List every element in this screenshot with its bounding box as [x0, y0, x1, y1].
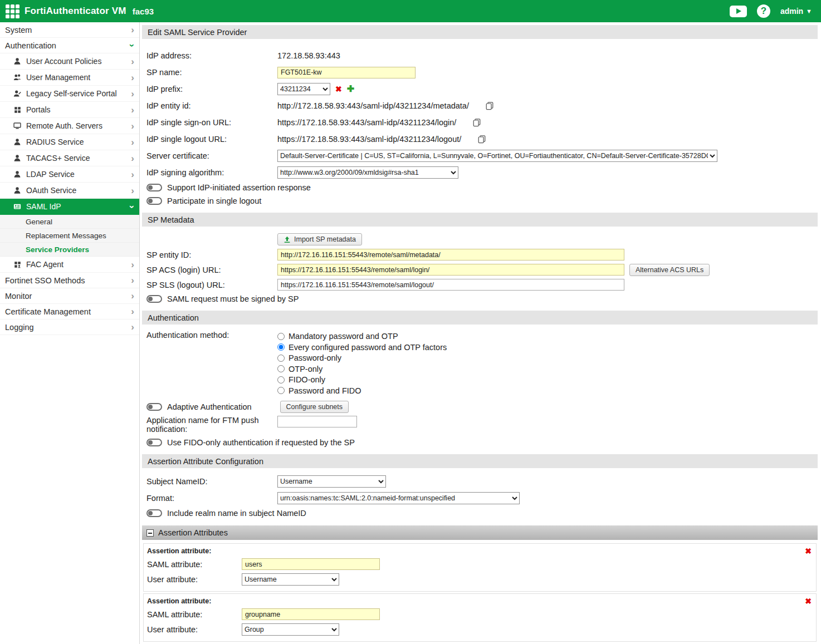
app-title: FortiAuthenticator VM — [25, 6, 126, 17]
chevron-right-icon: › — [131, 154, 134, 163]
self-service-user-icon — [13, 90, 22, 97]
sp-acs-url-label: SP ACS (login) URL: — [146, 266, 277, 274]
assertion-attribute-block: Assertion attribute: ✖ SAML attribute: U… — [143, 543, 817, 592]
alternative-acs-urls-button[interactable]: Alternative ACS URLs — [629, 264, 710, 276]
remote-server-icon — [13, 122, 22, 130]
chevron-right-icon: › — [131, 186, 134, 195]
idp-prefix-select[interactable]: 43211234 — [277, 83, 330, 95]
sidebar-item-service-providers[interactable]: Service Providers — [0, 243, 139, 257]
chevron-down-icon: › — [128, 44, 138, 47]
copy-icon[interactable] — [472, 118, 481, 127]
sidebar-item-user-account-policies[interactable]: User Account Policies › — [0, 53, 139, 70]
user-attribute-select[interactable]: Group — [242, 623, 339, 636]
radio-mandatory-password-otp[interactable]: Mandatory password and OTP — [277, 331, 447, 342]
delete-prefix-icon[interactable]: ✖ — [335, 85, 342, 93]
support-idp-initiated-label: Support IdP-initiated assertion response — [167, 183, 311, 192]
sidebar-item-fortinet-sso-methods[interactable]: Fortinet SSO Methods › — [0, 273, 139, 288]
use-fido-only-toggle[interactable] — [146, 439, 162, 446]
radio-input[interactable] — [277, 355, 285, 362]
radio-every-configured-password-otp[interactable]: Every configured password and OTP factor… — [277, 342, 447, 353]
remove-assertion-attribute-icon[interactable]: ✖ — [805, 547, 812, 555]
add-prefix-icon[interactable]: ✚ — [347, 85, 354, 94]
radio-input[interactable] — [277, 365, 285, 372]
server-certificate-select[interactable]: Default-Server-Certificate | C=US, ST=Ca… — [277, 150, 717, 162]
assertion-attribute-label: Assertion attribute: — [147, 547, 211, 555]
ftm-push-label: Application name for FTM push notificati… — [146, 416, 277, 434]
idp-slo-url-value: https://172.18.58.93:443/saml-idp/432112… — [277, 135, 461, 144]
collapse-icon[interactable] — [146, 529, 154, 537]
saml-attribute-input[interactable] — [242, 558, 380, 570]
remove-assertion-attribute-icon[interactable]: ✖ — [805, 597, 812, 605]
sidebar-item-logging[interactable]: Logging › — [0, 319, 139, 335]
sidebar-item-saml-idp[interactable]: SAML IdP › — [0, 199, 139, 215]
chevron-right-icon: › — [131, 170, 134, 179]
sidebar-item-user-management[interactable]: User Management › — [0, 70, 139, 86]
radio-input[interactable] — [277, 376, 285, 384]
authentication-method-label: Authentication method: — [146, 331, 277, 340]
sidebar-item-replacement-messages[interactable]: Replacement Messages — [0, 229, 139, 243]
idp-entity-id-value: http://172.18.58.93:443/saml-idp/4321123… — [277, 101, 469, 110]
assertion-attributes-header[interactable]: Assertion Attributes — [142, 525, 818, 540]
sidebar-item-authentication[interactable]: Authentication › — [0, 38, 139, 53]
hostname: fac93 — [133, 7, 154, 16]
sidebar-item-monitor[interactable]: Monitor › — [0, 288, 139, 304]
idp-address-value: 172.18.58.93:443 — [277, 51, 340, 60]
video-tutorials-icon[interactable] — [730, 6, 747, 17]
ftm-push-app-name-input[interactable] — [277, 416, 357, 427]
user-attribute-select[interactable]: Username — [242, 573, 339, 586]
configure-subnets-button[interactable]: Configure subnets — [280, 401, 349, 413]
sidebar-item-certificate-management[interactable]: Certificate Management › — [0, 304, 139, 319]
sidebar-item-general[interactable]: General — [0, 215, 139, 229]
idp-sso-url-label: IdP single sign-on URL: — [146, 118, 277, 127]
saml-attribute-input[interactable] — [242, 608, 380, 620]
assertion-attribute-configuration-header: Assertion Attribute Configuration — [142, 454, 818, 468]
oauth-user-icon — [13, 186, 22, 194]
chevron-right-icon: › — [131, 57, 134, 66]
sp-name-label: SP name: — [146, 68, 277, 77]
format-label: Format: — [146, 494, 277, 503]
copy-icon[interactable] — [485, 101, 494, 110]
sp-sls-url-input[interactable] — [277, 279, 624, 291]
adaptive-authentication-label: Adaptive Authentication — [167, 402, 252, 411]
chevron-right-icon: › — [131, 322, 134, 332]
import-sp-metadata-button[interactable]: Import SP metadata — [277, 233, 362, 245]
subject-nameid-label: Subject NameID: — [146, 477, 277, 486]
format-select[interactable]: urn:oasis:names:tc:SAML:2.0:nameid-forma… — [277, 492, 520, 504]
idp-prefix-label: IdP prefix: — [146, 85, 277, 94]
sidebar-item-tacacs-service[interactable]: TACACS+ Service › — [0, 150, 139, 166]
sp-entity-id-input[interactable] — [277, 249, 624, 260]
sidebar-item-fac-agent[interactable]: FAC Agent › — [0, 257, 139, 273]
support-idp-initiated-toggle[interactable] — [146, 184, 162, 191]
help-icon[interactable]: ? — [757, 4, 770, 18]
page-title: Edit SAML Service Provider — [142, 25, 818, 39]
radio-password-only[interactable]: Password-only — [277, 353, 447, 363]
radio-input[interactable] — [277, 387, 285, 394]
sidebar-item-remote-auth-servers[interactable]: Remote Auth. Servers › — [0, 118, 139, 134]
radio-otp-only[interactable]: OTP-only — [277, 364, 447, 375]
sp-name-input[interactable] — [277, 67, 416, 78]
sidebar-item-ldap-service[interactable]: LDAP Service › — [0, 166, 139, 183]
idp-signing-algorithm-select[interactable]: http://www.w3.org/2000/09/xmldsig#rsa-sh… — [277, 166, 458, 179]
upload-icon — [284, 236, 291, 243]
idp-entity-id-label: IdP entity id: — [146, 101, 277, 110]
radio-input[interactable] — [277, 343, 285, 351]
user-menu[interactable]: admin ▼ — [780, 7, 812, 16]
radio-password-and-fido[interactable]: Password and FIDO — [277, 386, 447, 396]
radio-input[interactable] — [277, 333, 285, 340]
saml-request-signed-toggle[interactable] — [146, 295, 162, 303]
adaptive-authentication-toggle[interactable] — [146, 403, 162, 411]
include-realm-toggle[interactable] — [146, 509, 162, 517]
sidebar-item-system[interactable]: System › — [0, 22, 139, 38]
participate-single-logout-toggle[interactable] — [146, 197, 162, 205]
subject-nameid-select[interactable]: Username — [277, 475, 386, 488]
sidebar-item-portals[interactable]: Portals › — [0, 102, 139, 118]
portal-grid-icon — [13, 106, 22, 114]
sidebar-item-legacy-self-service-portal[interactable]: Legacy Self-service Portal › — [0, 86, 139, 102]
include-realm-label: Include realm name in subject NameID — [167, 509, 306, 518]
copy-icon[interactable] — [477, 135, 486, 144]
sidebar-item-oauth-service[interactable]: OAuth Service › — [0, 183, 139, 199]
radio-fido-only[interactable]: FIDO-only — [277, 375, 447, 385]
sp-acs-url-input[interactable] — [277, 264, 624, 276]
sidebar-item-radius-service[interactable]: RADIUS Service › — [0, 134, 139, 150]
brand: FortiAuthenticator VM fac93 — [6, 4, 154, 18]
